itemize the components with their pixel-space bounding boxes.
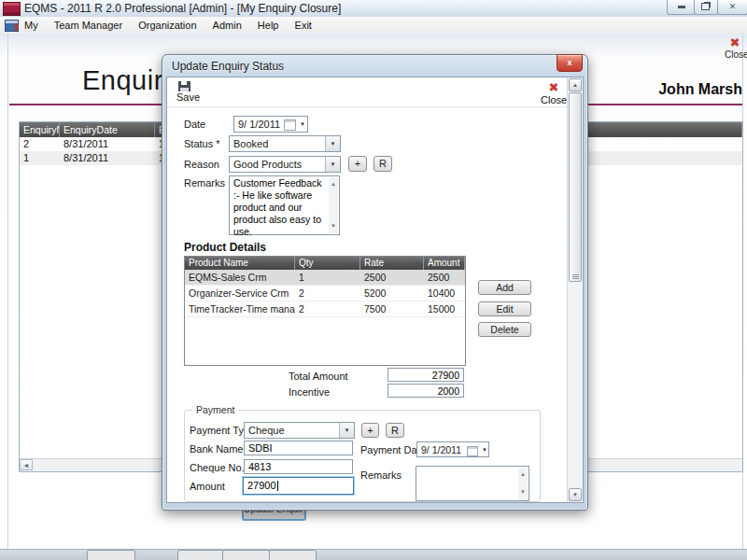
menu-help[interactable]: Help — [251, 17, 286, 31]
menu-exit[interactable]: Exit — [289, 17, 318, 31]
remarks-textarea[interactable]: Customer Feedback :- He like software pr… — [229, 175, 340, 235]
page-close-x-icon: ✖ — [725, 35, 745, 49]
combo-dropdown-button[interactable]: ▼ — [325, 136, 340, 151]
window-title: EQMS - 2011 R 2.0 Professional [Admin] -… — [24, 2, 341, 15]
cell-rate: 2500 — [360, 270, 424, 285]
add-button[interactable]: Add — [478, 280, 531, 295]
textarea-scrollbar[interactable]: ▲ ▼ — [518, 468, 528, 499]
cell-enquiry-date: 8/31/2011 — [60, 137, 155, 151]
cheque-no-field[interactable]: 4813 — [244, 459, 353, 474]
save-button[interactable]: Save — [176, 81, 200, 103]
menu-admin[interactable]: Admin — [206, 17, 248, 31]
reason-combobox[interactable]: Good Products ▼ — [229, 156, 341, 173]
edit-button[interactable]: Edit — [478, 301, 531, 316]
bottom-button-stub[interactable] — [222, 550, 270, 560]
form-window-icon — [5, 20, 19, 32]
chevron-down-icon: ▼ — [331, 161, 336, 167]
amount-field[interactable]: 27900 — [243, 477, 354, 495]
bank-name-label: Bank Name — [190, 443, 243, 455]
page-close-control[interactable]: ✖ Close — [725, 35, 745, 60]
payment-type-value: Cheque — [248, 425, 285, 436]
date-picker[interactable]: 9/ 1/2011 ▼ — [233, 116, 308, 133]
delete-button[interactable]: Delete — [478, 322, 531, 337]
add-payment-type-button[interactable]: + — [361, 423, 379, 438]
toolbar-close-x-icon: ✖ — [541, 80, 567, 94]
col-amount[interactable]: Amount — [424, 257, 465, 270]
product-table-header: Product Name Qty Rate Amount — [185, 257, 465, 270]
payment-groupbox: Payment Payment Type Cheque ▼ + R Bank N… — [184, 410, 541, 502]
date-label: Date — [184, 119, 205, 130]
cell-qty: 2 — [295, 301, 360, 316]
refresh-reason-button[interactable]: R — [374, 156, 392, 172]
incentive-field[interactable]: 2000 — [388, 384, 464, 398]
product-table: Product Name Qty Rate Amount EQMS-Sales … — [184, 256, 466, 366]
reason-value: Good Products — [233, 159, 302, 170]
cell-qty: 1 — [295, 270, 360, 285]
combo-dropdown-button[interactable]: ▼ — [325, 157, 340, 172]
logged-in-user: John Marsh — [658, 81, 742, 98]
mdi-left-border — [7, 34, 8, 549]
cell-rate: 7500 — [360, 301, 424, 316]
window-close-button[interactable]: ✕ — [717, 0, 747, 15]
payment-type-combobox[interactable]: Cheque ▼ — [244, 422, 355, 439]
payment-remarks-label: Remarks — [360, 469, 402, 481]
payment-legend: Payment — [192, 404, 238, 415]
amount-value: 27900 — [247, 480, 276, 491]
total-amount-field[interactable]: 27900 — [388, 368, 464, 382]
table-row[interactable]: Organizer-Service Crm 2 5200 10400 — [185, 286, 465, 301]
dialog-toolbar — [167, 77, 569, 107]
scrollbar-thumb[interactable] — [569, 92, 582, 282]
status-combobox[interactable]: Booked ▼ — [229, 135, 341, 152]
cheque-no-label: Cheque No. — [190, 462, 245, 473]
reason-label: Reason — [184, 159, 219, 170]
add-reason-button[interactable]: + — [348, 156, 367, 172]
remarks-text: Customer Feedback :- He like software pr… — [233, 177, 322, 237]
scroll-down-button[interactable]: ▼ — [569, 488, 582, 501]
table-row[interactable]: EQMS-Sales Crm 1 2500 2500 — [185, 270, 465, 286]
cell-amount: 2500 — [424, 270, 465, 285]
window-minimize-button[interactable] — [667, 0, 696, 15]
scroll-up-icon: ▲ — [329, 178, 338, 190]
window-restore-button[interactable] — [694, 0, 719, 15]
combo-dropdown-button[interactable]: ▼ — [339, 423, 354, 438]
col-qty[interactable]: Qty — [295, 257, 360, 270]
product-details-heading: Product Details — [184, 241, 266, 254]
menu-team-manager[interactable]: Team Manager — [48, 17, 129, 31]
refresh-payment-type-button[interactable]: R — [386, 423, 404, 438]
menu-organization[interactable]: Organization — [132, 17, 203, 31]
page-close-label: Close — [725, 49, 745, 60]
amount-label: Amount — [190, 481, 225, 492]
menu-my[interactable]: My — [18, 17, 45, 31]
scroll-left-icon[interactable]: ◄ — [20, 459, 33, 470]
thumb-grip-icon — [572, 274, 579, 275]
application-window: EQMS - 2011 R 2.0 Professional [Admin] -… — [0, 0, 747, 560]
chevron-down-icon: ▼ — [482, 447, 487, 453]
restore-icon — [701, 3, 710, 10]
bottom-button-stub[interactable] — [177, 550, 223, 560]
dialog-vertical-scrollbar[interactable]: ▲ ▼ — [567, 77, 583, 502]
close-icon: ✕ — [729, 2, 737, 11]
col-enquiry-date[interactable]: EnquiryDate — [60, 122, 155, 137]
dialog-title: Update Enquiry Status — [172, 60, 284, 73]
cell-product-name: EQMS-Sales Crm — [185, 270, 295, 285]
toolbar-close-label: Close — [541, 94, 567, 105]
col-enquiry-no[interactable]: EnquiryN — [20, 122, 60, 137]
save-floppy-icon — [178, 81, 190, 91]
bottom-button-stub[interactable] — [269, 550, 317, 560]
bank-name-field[interactable]: SDBI — [244, 441, 353, 455]
dialog-toolbar-close-button[interactable]: ✖ Close — [541, 80, 567, 105]
payment-remarks-textarea[interactable]: ▲ ▼ — [416, 466, 529, 501]
col-product-name[interactable]: Product Name — [185, 257, 295, 270]
payment-date-picker[interactable]: 9/ 1/2011 ▼ — [416, 441, 489, 457]
col-rate[interactable]: Rate — [360, 257, 424, 270]
remarks-label: Remarks — [184, 177, 225, 189]
scroll-up-icon: ▲ — [518, 469, 528, 481]
payment-date-value: 9/ 1/2011 — [421, 444, 461, 455]
scroll-up-button[interactable]: ▲ — [569, 78, 582, 91]
minimize-icon — [678, 6, 685, 8]
bottom-button-stub[interactable] — [87, 550, 135, 560]
cell-product-name: Organizer-Service Crm — [185, 286, 295, 301]
table-row[interactable]: TimeTracker-Time managm... 2 7500 15000 — [185, 301, 465, 317]
textarea-scrollbar[interactable]: ▲ ▼ — [329, 177, 338, 233]
dialog-close-button[interactable]: x — [557, 54, 583, 72]
